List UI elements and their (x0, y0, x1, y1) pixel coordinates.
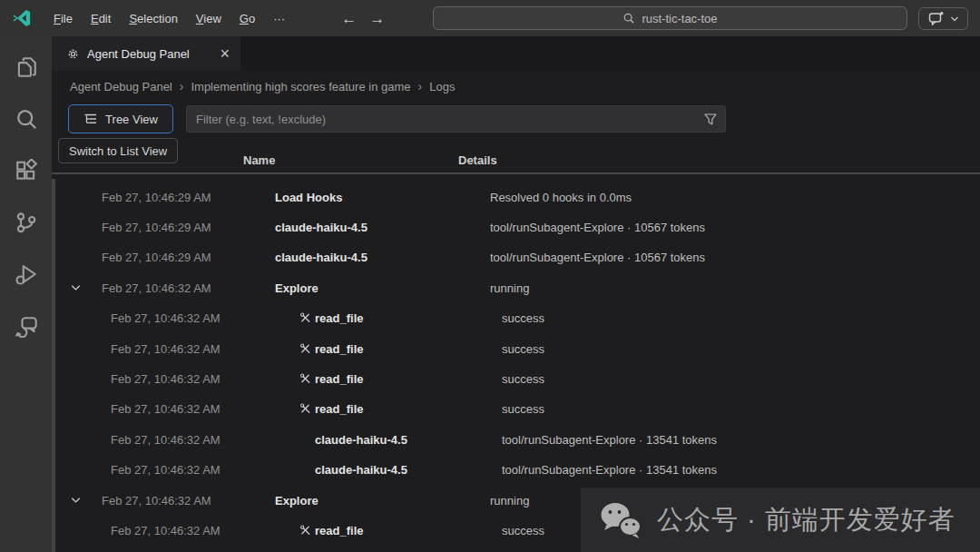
history-nav: ← → (341, 11, 385, 26)
breadcrumb-item[interactable]: Logs (429, 80, 455, 94)
column-header-details: Details (458, 153, 497, 167)
extensions-icon[interactable] (6, 151, 46, 191)
name-cell: Explore (275, 281, 318, 294)
name-cell: claude-haiku-4.5 (275, 251, 368, 264)
tree-view-toggle-button[interactable]: Tree View (68, 104, 173, 133)
watermark-text: 公众号 · 前端开发爱好者 (657, 502, 956, 538)
search-icon[interactable] (6, 99, 46, 139)
tool-icon (299, 312, 311, 324)
menu-edit[interactable]: Edit (82, 7, 120, 30)
explorer-icon[interactable] (6, 47, 46, 87)
forward-arrow-icon[interactable]: → (369, 11, 385, 26)
menu-more[interactable]: ··· (264, 7, 294, 30)
editor-area: Agent Debug Panel × Agent Debug Panel › … (52, 36, 980, 552)
name-cell: claude-haiku-4.5 (315, 432, 407, 446)
search-icon (622, 12, 635, 25)
tool-icon (299, 524, 311, 536)
details-cell: running (490, 281, 529, 294)
activity-bar (0, 36, 52, 552)
details-cell: success (502, 402, 544, 416)
name-cell: read_file (299, 311, 363, 325)
table-row[interactable]: Feb 27, 10:46:32 AMclaude-haiku-4.5tool/… (52, 455, 980, 485)
table-header: Name Details (52, 147, 980, 174)
timestamp-cell: Feb 27, 10:46:32 AM (111, 341, 220, 355)
command-center-value: rust-tic-tac-toe (642, 12, 717, 25)
table-row[interactable]: Feb 27, 10:46:32 AMread_filesuccess (52, 363, 980, 393)
tooltip: Switch to List View (58, 138, 178, 163)
copilot-chat-icon (928, 11, 945, 26)
breadcrumb-item[interactable]: Implementing high scores feature in game (191, 80, 410, 94)
back-arrow-icon[interactable]: ← (341, 11, 357, 26)
filter-input[interactable] (196, 113, 703, 126)
tab-bar: Agent Debug Panel × (52, 36, 980, 71)
close-icon[interactable]: × (218, 45, 231, 62)
breadcrumb-separator-icon: › (180, 79, 184, 94)
tool-icon (299, 342, 311, 354)
column-header-name: Name (243, 153, 275, 167)
details-cell: tool/runSubagent-Explore · 10567 tokens (490, 221, 705, 234)
tab-label: Agent Debug Panel (87, 47, 211, 61)
details-cell: running (490, 493, 529, 507)
copilot-button[interactable] (918, 7, 968, 30)
tool-icon (299, 373, 311, 385)
timestamp-cell: Feb 27, 10:46:32 AM (111, 432, 220, 446)
name-cell: read_file (299, 523, 363, 537)
name-cell: claude-haiku-4.5 (275, 221, 368, 234)
details-cell: Resolved 0 hooks in 0.0ms (490, 190, 632, 203)
filter-icon[interactable] (703, 113, 718, 126)
table-row[interactable]: Feb 27, 10:46:32 AMExplorerunning (52, 272, 980, 302)
tree-view-label: Tree View (105, 113, 158, 126)
breadcrumb-item[interactable]: Agent Debug Panel (70, 80, 172, 94)
tab-agent-debug-panel[interactable]: Agent Debug Panel × (52, 36, 240, 71)
table-row[interactable]: Feb 27, 10:46:29 AMclaude-haiku-4.5tool/… (52, 212, 980, 242)
filter-field (186, 105, 726, 133)
tool-icon (299, 403, 311, 415)
details-cell: tool/runSubagent-Explore · 13541 tokens (502, 463, 717, 477)
timestamp-cell: Feb 27, 10:46:29 AM (102, 251, 211, 264)
name-cell: read_file (299, 341, 363, 355)
timestamp-cell: Feb 27, 10:46:29 AM (102, 190, 211, 203)
chat-icon[interactable] (6, 306, 46, 346)
table-row[interactable]: Feb 27, 10:46:32 AMread_filesuccess (52, 394, 980, 424)
name-cell: read_file (299, 402, 363, 416)
details-cell: success (502, 372, 544, 386)
details-cell: tool/runSubagent-Explore · 13541 tokens (502, 432, 717, 446)
timestamp-cell: Feb 27, 10:46:32 AM (102, 493, 211, 507)
menu-go[interactable]: Go (230, 7, 264, 30)
source-control-icon[interactable] (6, 202, 46, 242)
command-center-search[interactable]: rust-tic-tac-toe (433, 6, 907, 30)
menu-selection[interactable]: Selection (120, 7, 186, 30)
vscode-logo (12, 8, 32, 28)
details-cell: success (502, 523, 544, 537)
chevron-down-icon[interactable] (66, 493, 84, 507)
table-row[interactable]: Feb 27, 10:46:32 AMread_filesuccess (52, 333, 980, 363)
name-cell: Explore (275, 493, 318, 507)
chevron-down-icon[interactable] (66, 281, 84, 294)
list-tree-icon (83, 112, 98, 126)
timestamp-cell: Feb 27, 10:46:32 AM (102, 281, 211, 294)
breadcrumb-separator-icon: › (418, 79, 423, 94)
timestamp-cell: Feb 27, 10:46:29 AM (102, 221, 211, 234)
menu-file[interactable]: File (44, 7, 82, 30)
timestamp-cell: Feb 27, 10:46:32 AM (111, 372, 220, 386)
name-cell: Load Hooks (275, 190, 342, 203)
tooltip-text: Switch to List View (69, 144, 167, 158)
details-cell: success (502, 311, 544, 325)
menu-view[interactable]: View (187, 7, 230, 30)
timestamp-cell: Feb 27, 10:46:32 AM (111, 463, 220, 477)
title-bar: File Edit Selection View Go ··· ← → rust… (0, 0, 980, 36)
table-row[interactable]: Feb 27, 10:46:32 AMread_filesuccess (52, 303, 980, 333)
name-cell: read_file (299, 372, 363, 386)
table-row[interactable]: Feb 27, 10:46:32 AMclaude-haiku-4.5tool/… (52, 424, 980, 454)
watermark: 公众号 · 前端开发爱好者 (581, 488, 980, 552)
timestamp-cell: Feb 27, 10:46:32 AM (111, 311, 220, 325)
table-row[interactable]: Feb 27, 10:46:29 AMclaude-haiku-4.5tool/… (52, 242, 980, 272)
timestamp-cell: Feb 27, 10:46:32 AM (111, 523, 220, 537)
run-debug-icon[interactable] (6, 254, 46, 294)
details-cell: tool/runSubagent-Explore · 10567 tokens (490, 251, 705, 264)
menu-bar: File Edit Selection View Go ··· (44, 7, 294, 30)
details-cell: success (502, 341, 544, 355)
table-row[interactable]: Feb 27, 10:46:29 AMLoad HooksResolved 0 … (52, 182, 980, 212)
name-cell: claude-haiku-4.5 (315, 463, 407, 477)
wechat-icon (599, 501, 644, 539)
